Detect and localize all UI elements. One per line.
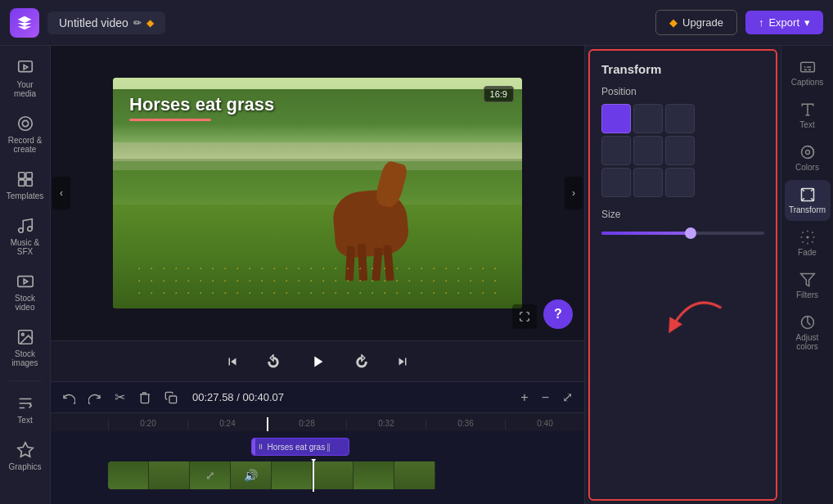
topbar: Untitled video ✏ ◆ ◆ Upgrade ↑ Export ▾ — [0, 0, 833, 46]
text-underline — [129, 119, 211, 121]
aspect-ratio-badge[interactable]: 16:9 — [484, 86, 514, 102]
svg-point-8 — [27, 227, 32, 232]
undo-button[interactable] — [59, 388, 79, 407]
nav-arrow-left[interactable]: ‹ — [52, 177, 70, 209]
sidebar-item-stock-video[interactable]: Stock video — [3, 266, 47, 318]
upgrade-button[interactable]: ◆ Upgrade — [655, 10, 737, 35]
text-clip-label: Horses eat gras — [268, 443, 326, 452]
sidebar-item-filters[interactable]: Filters — [785, 265, 831, 306]
sidebar-label-stock-video: Stock video — [7, 294, 44, 312]
sidebar-item-captions[interactable]: Captions — [785, 52, 831, 93]
timeline-area: ✂ 00:27.58 / 00:40.07 + — [51, 381, 584, 504]
sidebar-item-music-sfx[interactable]: Music & SFX — [3, 210, 47, 263]
rewind-button[interactable] — [259, 351, 287, 372]
position-cell-bottom-center[interactable] — [633, 168, 663, 197]
skip-back-button[interactable] — [218, 351, 246, 372]
timeline-ruler: 0:20 0:24 0:28 0:32 0:36 0:40 — [51, 413, 584, 431]
position-cell-top-right[interactable] — [665, 104, 695, 133]
pencil-icon: ✏ — [133, 17, 142, 29]
text-clip[interactable]: ⏸ Horses eat gras ‖ — [251, 438, 349, 456]
main-layout: Your media Record & create Templates — [0, 46, 833, 504]
redo-button[interactable] — [85, 388, 105, 407]
svg-rect-5 — [18, 180, 24, 186]
delete-button[interactable] — [135, 388, 155, 407]
upgrade-label: Upgrade — [682, 16, 723, 29]
panel-title: Transform — [601, 62, 764, 76]
position-cell-bottom-left[interactable] — [601, 168, 631, 197]
sidebar-item-adjust-colors[interactable]: Adjust colors — [785, 308, 831, 358]
expand-button[interactable] — [512, 304, 537, 329]
timeline-toolbar: ✂ 00:27.58 / 00:40.07 + — [51, 382, 584, 413]
position-cell-top-left[interactable] — [601, 104, 631, 133]
clip-segment — [394, 461, 435, 489]
svg-rect-6 — [25, 180, 31, 186]
help-button[interactable]: ? — [543, 299, 573, 329]
sidebar-item-colors[interactable]: Colors — [785, 137, 831, 178]
video-overlay-text: Horses eat grass — [129, 94, 274, 115]
position-grid — [601, 104, 764, 197]
fade-label: Fade — [798, 248, 817, 257]
svg-point-17 — [807, 236, 808, 238]
sidebar-item-text[interactable]: Text — [3, 388, 47, 431]
sidebar-label-music-sfx: Music & SFX — [7, 238, 44, 256]
left-sidebar: Your media Record & create Templates — [0, 46, 51, 504]
video-track-content[interactable]: ⤢ 🔊 — [108, 459, 584, 492]
svg-rect-12 — [169, 396, 177, 403]
video-track-row: ⤢ 🔊 — [51, 459, 584, 492]
svg-rect-9 — [17, 277, 32, 287]
expand-timeline-button[interactable]: ⤢ — [559, 386, 576, 408]
sidebar-label-record-create: Record & create — [7, 136, 44, 154]
clip-segment — [272, 461, 313, 489]
text-rs-label: Text — [799, 120, 814, 129]
clip-segment — [313, 461, 353, 489]
captions-label: Captions — [791, 78, 823, 87]
text-track-content[interactable]: ⏸ Horses eat gras ‖ — [108, 434, 584, 459]
size-slider-container[interactable] — [601, 227, 764, 240]
position-cell-bottom-right[interactable] — [665, 168, 695, 197]
cut-button[interactable]: ✂ — [111, 386, 128, 408]
video-controls — [51, 340, 584, 381]
svg-point-15 — [805, 151, 809, 155]
transform-label: Transform — [789, 205, 826, 214]
center-area: ‹ — [51, 46, 584, 504]
sidebar-item-transform[interactable]: Transform — [785, 180, 831, 221]
sidebar-item-stock-images[interactable]: Stock images — [3, 322, 47, 374]
diamond-icon: ◆ — [146, 17, 154, 29]
zoom-out-button[interactable]: − — [538, 387, 552, 408]
right-panel: Transform Position Size — [584, 46, 781, 504]
duplicate-button[interactable] — [161, 388, 181, 407]
svg-point-11 — [21, 333, 24, 335]
svg-point-2 — [18, 117, 32, 131]
forward-button[interactable] — [348, 351, 376, 372]
current-time: 00:27.58 — [192, 391, 234, 403]
zoom-add-button[interactable]: + — [517, 387, 531, 408]
play-button[interactable] — [300, 348, 335, 376]
position-cell-middle-right[interactable] — [665, 136, 695, 165]
sidebar-item-record-create[interactable]: Record & create — [3, 108, 47, 160]
clip-segment: 🔊 — [231, 461, 272, 489]
position-cell-middle-center[interactable] — [633, 136, 663, 165]
video-clip[interactable]: ⤢ 🔊 — [108, 461, 584, 489]
sidebar-label-templates: Templates — [7, 191, 44, 200]
colors-label: Colors — [795, 163, 819, 172]
title-button[interactable]: Untitled video ✏ ◆ — [47, 11, 165, 34]
aspect-ratio-label: 16:9 — [490, 89, 507, 99]
position-cell-top-center[interactable] — [633, 104, 663, 133]
video-thumbnail: Horses eat grass — [113, 78, 522, 308]
sidebar-item-fade[interactable]: Fade — [785, 223, 831, 263]
upload-icon: ↑ — [759, 16, 764, 29]
sidebar-item-your-media[interactable]: Your media — [3, 52, 47, 105]
skip-forward-button[interactable] — [389, 351, 416, 372]
position-cell-middle-left[interactable] — [601, 136, 631, 165]
sidebar-item-graphics[interactable]: Graphics — [3, 434, 47, 478]
text-track-row: ⏸ Horses eat gras ‖ — [51, 434, 584, 459]
video-container: Horses eat grass 16:9 — [113, 78, 522, 308]
video-text-overlay: Horses eat grass — [129, 94, 274, 121]
sidebar-item-text-rs[interactable]: Text — [785, 95, 831, 136]
export-button[interactable]: ↑ Export ▾ — [745, 11, 823, 34]
adjust-colors-label: Adjust colors — [788, 333, 827, 351]
sidebar-item-templates[interactable]: Templates — [3, 164, 47, 207]
clip-segment — [149, 461, 190, 489]
sidebar-divider — [9, 380, 42, 381]
nav-arrow-right[interactable]: › — [565, 177, 583, 209]
